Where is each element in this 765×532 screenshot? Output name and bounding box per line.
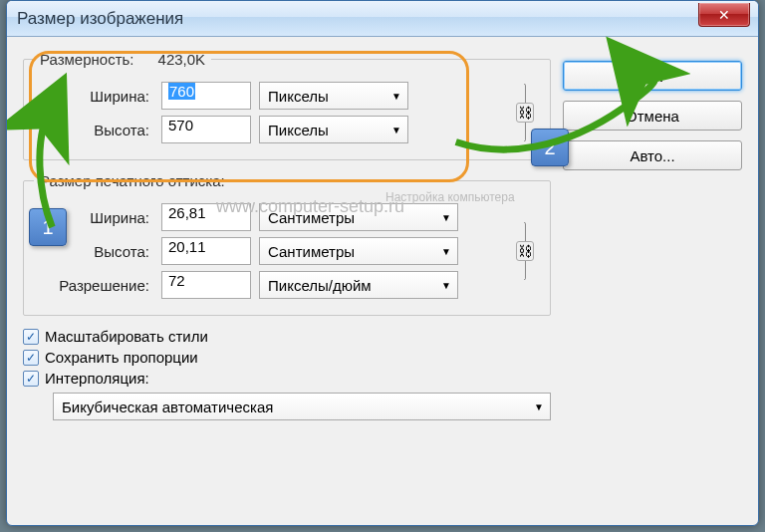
interpolation-checkbox[interactable]: ✓ [23,371,39,387]
annotation-step-2: 2 [531,129,569,166]
chevron-down-icon: ▼ [534,401,544,412]
pixel-dimensions-group: Размерность: 423,0K Ширина: 760 Пикселы … [23,51,551,160]
resolution-label: Разрешение: [34,277,153,294]
close-icon: ✕ [718,7,730,23]
window-title: Размер изображения [17,9,183,29]
px-width-unit-select[interactable]: Пикселы ▼ [259,82,408,110]
doc-height-input[interactable]: 20,11 [161,237,251,265]
dimensions-label: Размерность: [40,51,134,68]
px-height-unit-select[interactable]: Пикселы ▼ [259,116,408,143]
chevron-down-icon: ▼ [391,125,401,135]
interpolation-label: Интерполяция: [45,370,149,387]
interpolation-method-value: Бикубическая автоматическая [62,399,273,415]
chevron-down-icon: ▼ [391,91,401,102]
dimensions-value: 423,0K [158,51,206,68]
titlebar: Размер изображения ✕ [7,1,758,37]
resolution-unit-select[interactable]: Пикселы/дюйм ▼ [259,271,458,299]
pixel-dimensions-legend: Размерность: 423,0K [34,51,211,68]
chevron-down-icon: ▼ [441,280,451,291]
image-size-dialog: Размер изображения ✕ Размерность: 423,0K… [6,0,759,526]
watermark-small: Настройка компьютера [385,190,515,204]
chevron-down-icon: ▼ [441,212,451,223]
scale-styles-label: Масштабировать стили [45,328,208,345]
chevron-down-icon: ▼ [441,246,451,257]
resolution-unit-value: Пикселы/дюйм [268,277,372,294]
px-width-unit-value: Пикселы [268,88,329,105]
resolution-input[interactable]: 72 [161,271,251,299]
px-width-input[interactable]: 760 [161,82,251,110]
px-width-label: Ширина: [34,88,153,105]
close-button[interactable]: ✕ [698,3,750,27]
annotation-step-1: 1 [29,208,67,246]
ok-button[interactable]: ОК [563,61,742,91]
constrain-proportions-label: Сохранить пропорции [45,349,198,366]
interpolation-method-select[interactable]: Бикубическая автоматическая ▼ [53,393,551,420]
doc-width-input[interactable]: 26,81 [161,203,251,231]
constrain-link-icon[interactable]: ⛓ [516,241,534,261]
auto-button[interactable]: Авто... [563,140,742,170]
constrain-link-icon[interactable]: ⛓ [516,103,534,123]
px-height-unit-value: Пикселы [268,122,329,138]
print-size-legend: Размер печатного оттиска: [34,172,231,189]
cancel-button[interactable]: Отмена [563,101,742,131]
scale-styles-checkbox[interactable]: ✓ [23,329,39,345]
px-height-label: Высота: [34,122,153,138]
px-height-input[interactable]: 570 [161,116,251,143]
doc-width-unit-select[interactable]: Сантиметры ▼ [259,203,458,231]
doc-width-unit-value: Сантиметры [268,209,355,226]
doc-height-unit-value: Сантиметры [268,243,355,260]
doc-height-unit-select[interactable]: Сантиметры ▼ [259,237,458,265]
constrain-proportions-checkbox[interactable]: ✓ [23,350,39,366]
